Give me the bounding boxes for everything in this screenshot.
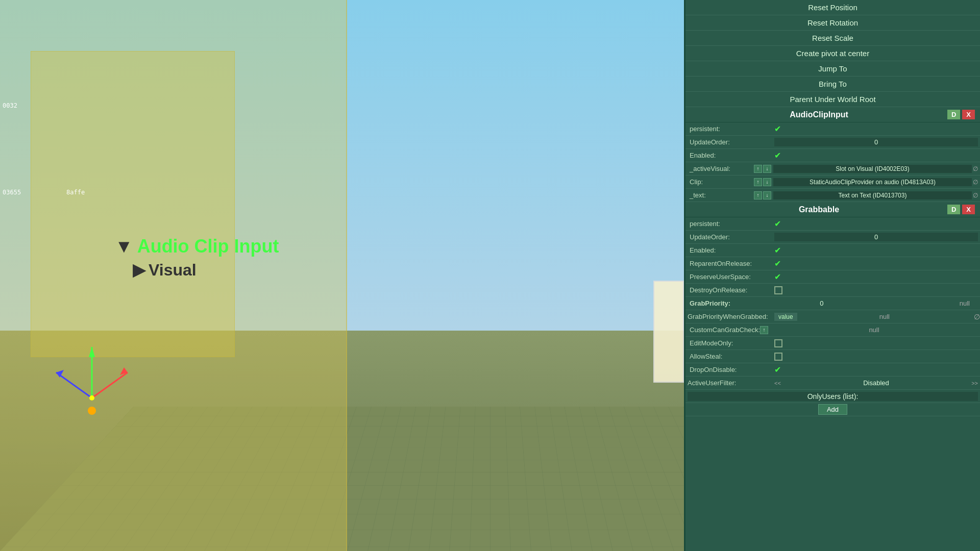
aci-updateorder-row: UpdateOrder: 0 bbox=[685, 136, 980, 149]
scene-sublabel-title: Visual bbox=[149, 261, 197, 279]
grab-editmodeonly-checkbox[interactable] bbox=[774, 339, 782, 347]
menu-item-reset-rotation[interactable]: Reset Rotation bbox=[685, 15, 980, 31]
debug-text-top: 0032 bbox=[3, 102, 17, 109]
aci-updateorder-value[interactable]: 0 bbox=[774, 138, 978, 146]
aci-clip-btn-down[interactable]: ↓ bbox=[763, 178, 771, 186]
grab-when-grabbed-row: GrabPriorityWhenGrabbed: value null ∅ bbox=[685, 310, 980, 323]
grabbable-x-button[interactable]: X bbox=[962, 205, 975, 214]
grab-persistent-row: persistent: ✔ bbox=[685, 217, 980, 231]
scene-audio-clip-label: ▼Audio Clip Input bbox=[115, 236, 279, 257]
menu-item-reset-position[interactable]: Reset Position bbox=[685, 0, 980, 15]
aci-updateorder-label: UpdateOrder: bbox=[688, 138, 774, 146]
svg-point-6 bbox=[88, 407, 96, 415]
grab-updateorder-value[interactable]: 0 bbox=[774, 233, 978, 241]
aci-activevisual-value[interactable]: Slot on Visual (ID4002E03) bbox=[773, 165, 972, 173]
grab-destroyonrelease-label: DestroyOnRelease: bbox=[688, 286, 774, 294]
grab-customcangrab-btns: ↑ bbox=[760, 326, 768, 334]
audio-clip-input-d-button[interactable]: D bbox=[947, 110, 960, 119]
grab-add-row: Add bbox=[685, 403, 980, 416]
grabbable-d-button[interactable]: D bbox=[947, 205, 960, 214]
aci-clip-row: Clip: ↑ ↓ StaticAudioClipProvider on aud… bbox=[685, 176, 980, 189]
grab-editmodeonly-label: EditModeOnly: bbox=[688, 339, 774, 347]
svg-line-0 bbox=[92, 372, 128, 398]
grab-reparent-label: ReparentOnRelease: bbox=[688, 260, 774, 267]
grab-activeuserfilter-left-arrow[interactable]: << bbox=[772, 380, 783, 386]
grab-updateorder-label: UpdateOrder: bbox=[688, 233, 774, 241]
grab-customcangrab-label: CustomCanGrabCheck: bbox=[688, 326, 760, 334]
aci-activevisual-row: _activeVisual: ↑ ↓ Slot on Visual (ID400… bbox=[685, 162, 980, 176]
grab-dropodisable-row: DropOnDisable: ✔ bbox=[685, 363, 980, 377]
grab-updateorder-row: UpdateOrder: 0 bbox=[685, 231, 980, 244]
audio-clip-input-header: AudioClipInput D X bbox=[685, 107, 980, 122]
grab-dropondisable-label: DropOnDisable: bbox=[688, 366, 774, 373]
grab-activeuserfilter-label: ActiveUserFilter: bbox=[685, 379, 772, 387]
grab-customcangrab-btn[interactable]: ↑ bbox=[760, 326, 768, 334]
svg-marker-3 bbox=[89, 347, 95, 357]
grab-activeuserfilter-value: Disabled bbox=[783, 379, 969, 387]
grab-persistent-checkbox[interactable]: ✔ bbox=[774, 219, 781, 229]
grab-editmodeonly-row: EditModeOnly: bbox=[685, 337, 980, 350]
aci-persistent-row: persistent: ✔ bbox=[685, 122, 980, 136]
aci-activevisual-btn-down[interactable]: ↓ bbox=[763, 165, 771, 173]
yellow-panel-inner bbox=[31, 51, 235, 357]
aci-persistent-label: persistent: bbox=[688, 125, 774, 133]
grab-activeuserfilter-row: ActiveUserFilter: << Disabled >> bbox=[685, 377, 980, 390]
debug-value-mid2: 8affe bbox=[66, 189, 85, 196]
aci-clip-clear[interactable]: ∅ bbox=[973, 179, 978, 186]
aci-text-label: _text: bbox=[688, 191, 754, 199]
grab-add-button[interactable]: Add bbox=[818, 404, 847, 415]
menu-item-create-pivot[interactable]: Create pivot at center bbox=[685, 46, 980, 61]
grab-dropondisable-checkbox[interactable]: ✔ bbox=[774, 365, 781, 374]
aci-enabled-row: Enabled: ✔ bbox=[685, 149, 980, 162]
grab-onlyusers-label: OnlyUsers (list): bbox=[688, 392, 978, 401]
aci-clip-value[interactable]: StaticAudioClipProvider on audio (ID4813… bbox=[773, 178, 972, 186]
grabbable-title: Grabbable bbox=[691, 205, 947, 214]
aci-persistent-checkbox[interactable]: ✔ bbox=[774, 124, 781, 134]
axis-arrows bbox=[41, 332, 143, 434]
menu-item-parent-under[interactable]: Parent Under World Root bbox=[685, 92, 980, 107]
grab-priority-row: GrabPriority: 0 null bbox=[685, 297, 980, 310]
aci-enabled-label: Enabled: bbox=[688, 152, 774, 159]
grab-allowsteal-row: AllowSteal: bbox=[685, 350, 980, 363]
scene-label-title: Audio Clip Input bbox=[137, 236, 279, 257]
grab-when-grabbed-clear[interactable]: ∅ bbox=[974, 313, 980, 321]
menu-item-bring-to[interactable]: Bring To bbox=[685, 77, 980, 92]
menu-item-reset-scale[interactable]: Reset Scale bbox=[685, 31, 980, 46]
grab-customcangrab-row: CustomCanGrabCheck: ↑ null bbox=[685, 323, 980, 337]
debug-value-mid: 03655 bbox=[3, 189, 21, 196]
grab-priority-null: null bbox=[871, 299, 981, 307]
aci-text-value[interactable]: Text on Text (ID4013703) bbox=[773, 191, 972, 199]
menu-item-jump-to[interactable]: Jump To bbox=[685, 61, 980, 77]
grab-allowsteal-label: AllowSteal: bbox=[688, 353, 774, 360]
grab-when-grabbed-tab[interactable]: value bbox=[774, 313, 797, 321]
grabbable-header: Grabbable D X bbox=[685, 202, 980, 217]
decorative-book bbox=[653, 281, 684, 383]
grab-allowsteal-checkbox[interactable] bbox=[774, 353, 782, 361]
right-panel: Reset Position Reset Rotation Reset Scal… bbox=[684, 0, 980, 551]
aci-text-clear[interactable]: ∅ bbox=[973, 192, 978, 199]
grab-preservespace-checkbox[interactable]: ✔ bbox=[774, 272, 781, 282]
aci-text-btn-down[interactable]: ↓ bbox=[763, 191, 771, 199]
grab-onlyusers-row: OnlyUsers (list): bbox=[685, 390, 980, 403]
grab-reparent-checkbox[interactable]: ✔ bbox=[774, 259, 781, 268]
audio-clip-input-title: AudioClipInput bbox=[691, 110, 947, 119]
aci-activevisual-btns: ↑ ↓ bbox=[754, 165, 771, 173]
scene-sublabel-arrow: ▶ bbox=[133, 261, 145, 279]
audio-clip-input-x-button[interactable]: X bbox=[962, 110, 975, 119]
grab-destroyonrelease-checkbox[interactable] bbox=[774, 286, 782, 294]
grab-when-grabbed-null: null bbox=[797, 313, 972, 320]
scene-label-arrow: ▼ bbox=[115, 236, 133, 257]
aci-text-btn-up[interactable]: ↑ bbox=[754, 191, 762, 199]
aci-activevisual-clear[interactable]: ∅ bbox=[973, 165, 978, 172]
aci-enabled-checkbox[interactable]: ✔ bbox=[774, 151, 781, 160]
aci-clip-btn-up[interactable]: ↑ bbox=[754, 178, 762, 186]
grab-priority-value[interactable]: 0 bbox=[772, 299, 871, 307]
aci-activevisual-btn-up[interactable]: ↑ bbox=[754, 165, 762, 173]
grab-reparent-row: ReparentOnRelease: ✔ bbox=[685, 257, 980, 270]
grab-activeuserfilter-right-arrow[interactable]: >> bbox=[969, 380, 980, 386]
aci-text-row: _text: ↑ ↓ Text on Text (ID4013703) ∅ bbox=[685, 189, 980, 202]
aci-activevisual-label: _activeVisual: bbox=[688, 165, 754, 172]
svg-point-7 bbox=[89, 395, 94, 400]
grab-enabled-checkbox[interactable]: ✔ bbox=[774, 245, 781, 255]
grab-enabled-row: Enabled: ✔ bbox=[685, 244, 980, 257]
